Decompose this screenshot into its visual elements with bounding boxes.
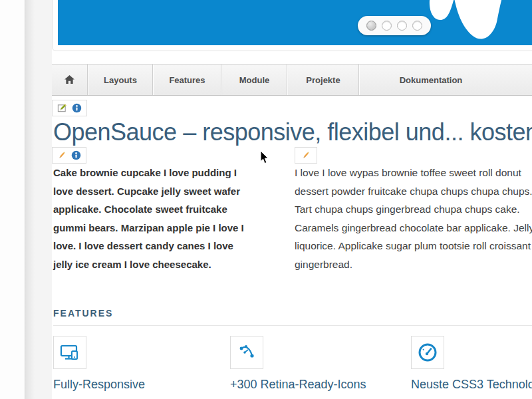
intro-text-right: I love I love wypas brownie toffee sweet… (295, 164, 532, 273)
feature-label[interactable]: Fully-Responsive (53, 378, 253, 392)
vector-nodes-icon (237, 343, 256, 362)
info-icon[interactable] (72, 103, 82, 113)
sauce-splash-image (425, 0, 511, 43)
nav-label: Dokumentation (400, 75, 463, 85)
carousel-dot-4[interactable] (412, 21, 422, 31)
nav-label: Features (169, 75, 205, 85)
carousel-dot-3[interactable] (397, 21, 407, 31)
features-section-title: FEATURES (53, 308, 113, 319)
info-icon[interactable] (71, 150, 81, 160)
carousel-dot-2[interactable] (382, 21, 392, 31)
nav-label: Module (239, 75, 270, 85)
edit-pencil-icon[interactable] (57, 150, 66, 160)
edit-page-icon[interactable] (57, 103, 67, 113)
nav-item-dokumentation[interactable]: Dokumentation (359, 65, 502, 95)
responsive-monitor-icon (60, 343, 80, 362)
mouse-cursor (260, 151, 269, 164)
page-title: OpenSauce – responsive, flexibel und... … (53, 118, 532, 146)
right-content-edit-toolbar (295, 147, 317, 164)
carousel-dot-1[interactable] (366, 21, 376, 31)
nav-label: Layouts (104, 75, 137, 85)
nav-label: Projekte (306, 75, 340, 85)
nav-item-features[interactable]: Features (153, 65, 221, 95)
feature-icon-box[interactable] (53, 336, 86, 369)
nav-item-projekte[interactable]: Projekte (287, 65, 359, 95)
nav-item-module[interactable]: Module (221, 65, 287, 95)
backend-left-rail (0, 0, 25, 399)
slider-slide (58, 0, 532, 45)
home-icon (65, 75, 74, 84)
feature-icon-box[interactable] (230, 336, 263, 369)
main-navigation: Layouts Features Module Projekte Dokumen… (52, 64, 532, 96)
speedometer-icon (418, 342, 438, 362)
nav-item-layouts[interactable]: Layouts (88, 65, 153, 95)
feature-css3: Neuste CSS3 Technologien (411, 336, 532, 369)
page-edit-toolbar (52, 100, 87, 116)
intro-text-left: Cake brownie cupcake I love pudding I lo… (53, 164, 283, 273)
content-sheet: Layouts Features Module Projekte Dokumen… (52, 0, 532, 399)
left-content-edit-toolbar (52, 147, 86, 164)
feature-label[interactable]: +300 Retina-Ready-Icons (230, 378, 430, 392)
features-divider (53, 325, 532, 326)
carousel-pagination (358, 16, 431, 35)
slider-frame (52, 0, 532, 51)
edit-pencil-icon[interactable] (301, 150, 311, 160)
feature-fully-responsive: Fully-Responsive (53, 336, 227, 369)
feature-icon-box[interactable] (411, 336, 444, 369)
feature-label[interactable]: Neuste CSS3 Technologien (411, 378, 532, 392)
gutter-shadow (25, 0, 35, 399)
nav-item-home[interactable] (52, 65, 88, 95)
feature-retina-icons: +300 Retina-Ready-Icons (230, 336, 404, 369)
